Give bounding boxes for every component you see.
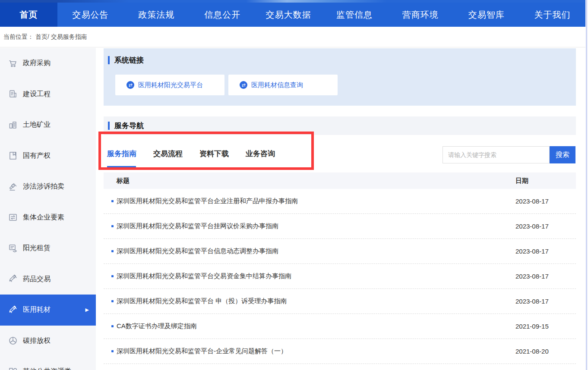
sidebar-item[interactable]: 建设工程: [0, 79, 96, 110]
tab[interactable]: 交易流程: [153, 135, 183, 172]
nav-item[interactable]: 交易智库: [453, 3, 519, 27]
nav-item[interactable]: 政策法规: [123, 3, 190, 27]
sidebar-item-label: 医用耗材: [23, 305, 51, 314]
section-bar-icon: [108, 56, 110, 64]
table-body: 深圳医用耗材阳光交易和监管平台企业注册和产品申报办事指南2023-08-17深圳…: [104, 189, 576, 364]
table-row[interactable]: 深圳医用耗材阳光交易和监管平台交易资金集中结算办事指南2023-08-17: [104, 264, 576, 289]
service-nav-header: 服务导航: [104, 116, 576, 135]
search-button[interactable]: 搜索: [550, 146, 575, 163]
carbon-icon: [8, 336, 18, 346]
nav-item[interactable]: 关于我们: [519, 3, 585, 27]
row-title-link[interactable]: 深圳医用耗材阳光交易和监管平台交易资金集中结算办事指南: [117, 272, 291, 280]
top-nav: 首页交易公告政策法规信息公开交易大数据监管信息营商环境交易智库关于我们: [0, 3, 585, 27]
table-row[interactable]: 深圳医用耗材阳光交易和监管平台挂网议价采购办事指南2023-08-17: [104, 214, 576, 239]
sidebar-item[interactable]: 碳排放权: [0, 326, 96, 357]
sidebar-item-label: 其他公共资源类: [23, 367, 71, 370]
breadcrumb-path[interactable]: 首页/ 交易服务指南: [35, 33, 87, 41]
nav-item[interactable]: 首页: [0, 3, 57, 27]
tab[interactable]: 服务指南: [107, 135, 136, 172]
system-links-section: 系统链接 ⇄医用耗材阳光交易平台⇄医用耗材信息查询: [104, 48, 576, 106]
row-title-link[interactable]: 深圳医用耗材阳光交易和监管平台企业注册和产品申报办事指南: [117, 197, 298, 205]
row-date: 2023-08-17: [515, 273, 576, 280]
tab[interactable]: 资料下载: [199, 135, 229, 172]
system-link-label: 医用耗材阳光交易平台: [138, 81, 203, 89]
sidebar-item-label: 建设工程: [23, 90, 51, 99]
table-row[interactable]: 深圳医用耗材阳光交易和监管平台-企业常见问题解答（一）2021-08-20: [104, 339, 576, 364]
sidebar-item[interactable]: 药品交易: [0, 264, 96, 295]
sync-icon: ⇄: [126, 81, 134, 89]
bullet-icon: [111, 325, 114, 327]
row-title-link[interactable]: CA数字证书办理及绑定指南: [117, 322, 197, 330]
nav-item[interactable]: 交易大数据: [256, 3, 322, 27]
row-title-cell: 深圳医用耗材阳光交易和监管平台交易资金集中结算办事指南: [104, 272, 515, 280]
bullet-icon: [111, 300, 114, 302]
sidebar-item-label: 碳排放权: [23, 336, 51, 345]
row-date: 2021-08-20: [515, 348, 576, 355]
bullet-icon: [111, 225, 114, 227]
sidebar-item[interactable]: 涉法涉诉拍卖: [0, 171, 96, 202]
chevron-right-icon: ▶: [85, 307, 89, 313]
sidebar-item[interactable]: 土地矿业: [0, 110, 96, 141]
search-input[interactable]: [443, 146, 550, 163]
transfer-doc-icon: [8, 212, 18, 223]
row-title-link[interactable]: 深圳医用耗材阳光交易和监管平台挂网议价采购办事指南: [117, 222, 278, 230]
table-row[interactable]: CA数字证书办理及绑定指南2021-09-15: [104, 314, 576, 339]
nav-item[interactable]: 监管信息: [322, 3, 388, 27]
row-title-cell: 深圳医用耗材阳光交易和监管平台企业注册和产品申报办事指南: [104, 197, 515, 205]
bullet-icon: [111, 200, 114, 202]
row-date: 2023-08-17: [515, 248, 576, 255]
table-header: 标题 日期: [104, 172, 576, 189]
breadcrumb-label: 当前位置：: [3, 33, 34, 41]
row-title-cell: 深圳医用耗材阳光交易和监管平台 申（投）诉受理办事指南: [104, 297, 515, 305]
sidebar-item-label: 阳光租赁: [23, 244, 51, 253]
bullet-icon: [111, 275, 114, 277]
nav-item[interactable]: 信息公开: [190, 3, 256, 27]
system-links-header: 系统链接: [108, 55, 576, 65]
sidebar-item[interactable]: 阳光租赁: [0, 233, 96, 264]
table-row[interactable]: 深圳医用耗材阳光交易和监管平台企业注册和产品申报办事指南2023-08-17: [104, 189, 576, 214]
table-row[interactable]: 深圳医用耗材阳光交易和监管平台信息动态调整办事指南2023-08-17: [104, 239, 576, 264]
section-bar-icon: [108, 122, 110, 130]
monitor-hand-icon: [8, 243, 18, 254]
system-link-cards: ⇄医用耗材阳光交易平台⇄医用耗材信息查询: [115, 75, 576, 95]
system-link-label: 医用耗材信息查询: [251, 81, 303, 89]
cart-icon: [8, 58, 18, 69]
sidebar-item-label: 国有产权: [23, 151, 51, 160]
nav-item[interactable]: 交易公告: [57, 3, 123, 27]
nav-item[interactable]: 营商环境: [387, 3, 453, 27]
row-title-cell: 深圳医用耗材阳光交易和监管平台信息动态调整办事指南: [104, 247, 515, 255]
sidebar-item-label: 土地矿业: [23, 120, 51, 129]
sidebar-item[interactable]: 政府采购: [0, 48, 96, 79]
row-title-link[interactable]: 深圳医用耗材阳光交易和监管平台 申（投）诉受理办事指南: [117, 297, 287, 305]
scrollbar-thumb[interactable]: [586, 0, 587, 370]
row-title-link[interactable]: 深圳医用耗材阳光交易和监管平台-企业常见问题解答（一）: [117, 347, 287, 355]
column-header-date: 日期: [515, 177, 576, 185]
scrollbar[interactable]: [585, 0, 588, 370]
sidebar-item[interactable]: 医用耗材▶: [0, 295, 96, 326]
row-date: 2023-08-17: [515, 223, 576, 230]
system-links-title: 系统链接: [114, 55, 144, 65]
system-link-card[interactable]: ⇄医用耗材信息查询: [228, 75, 338, 95]
sidebar-item[interactable]: 国有产权: [0, 141, 96, 172]
service-nav-title: 服务导航: [114, 121, 144, 131]
table-row[interactable]: 深圳医用耗材阳光交易和监管平台 申（投）诉受理办事指南2023-08-17: [104, 289, 576, 314]
tab[interactable]: 业务咨询: [246, 135, 275, 172]
sidebar-item-label: 政府采购: [23, 59, 51, 68]
sync-icon: ⇄: [240, 81, 247, 89]
system-link-card[interactable]: ⇄医用耗材阳光交易平台: [115, 75, 224, 95]
row-date: 2023-08-17: [515, 198, 576, 205]
row-date: 2021-09-15: [515, 323, 576, 330]
bullet-icon: [111, 350, 114, 352]
breadcrumb: 当前位置： 首页/ 交易服务指南: [0, 27, 585, 47]
row-title-cell: 深圳医用耗材阳光交易和监管平台-企业常见问题解答（一）: [104, 347, 515, 355]
syringe-icon: [8, 274, 18, 284]
sidebar-item[interactable]: 集体企业要素: [0, 202, 96, 233]
row-title-link[interactable]: 深圳医用耗材阳光交易和监管平台信息动态调整办事指南: [117, 247, 278, 255]
sidebar-item-label: 涉法涉诉拍卖: [23, 182, 64, 191]
row-title-cell: 深圳医用耗材阳光交易和监管平台挂网议价采购办事指南: [104, 222, 515, 230]
buildings-icon: [8, 120, 18, 130]
sidebar-item[interactable]: 其他公共资源类: [0, 356, 96, 370]
bullet-icon: [111, 250, 114, 252]
main-content: 系统链接 ⇄医用耗材阳光交易平台⇄医用耗材信息查询 服务导航 服务指南交易流程资…: [104, 48, 576, 364]
sidebar-item-label: 药品交易: [23, 275, 51, 284]
